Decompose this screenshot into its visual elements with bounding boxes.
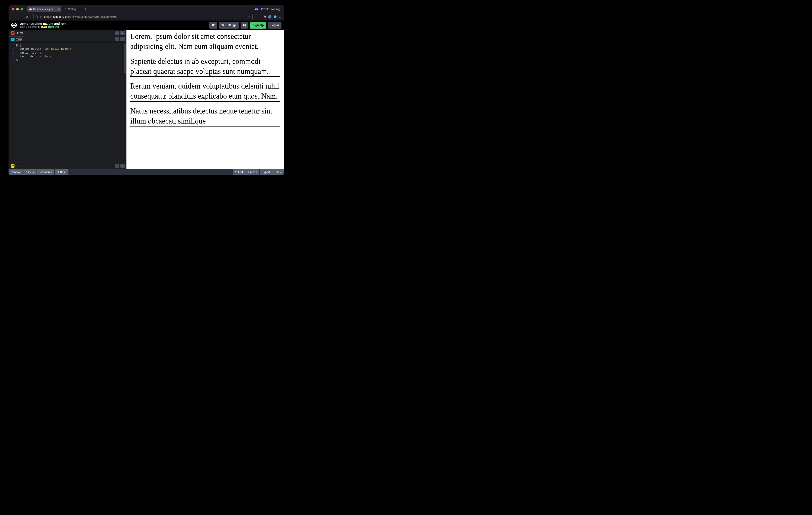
export-button[interactable]: Export	[260, 169, 272, 175]
preview-paragraph: Lorem, ipsum dolor sit amet consectetur …	[130, 31, 280, 52]
svg-rect-3	[244, 24, 245, 25]
lock-icon[interactable]	[40, 16, 42, 18]
css-settings-icon[interactable]	[115, 37, 119, 42]
js-settings-icon[interactable]	[115, 164, 119, 168]
zoom-window-button[interactable]	[21, 8, 23, 10]
svg-point-10	[236, 171, 237, 171]
js-editor-panel: JS ⌄	[8, 163, 126, 169]
css-editor-panel: CSS ⌄ ▾ 12345 p { border-bottom: 2px sol…	[8, 36, 126, 163]
svg-point-6	[117, 33, 117, 33]
fork-label: Fork	[238, 170, 244, 174]
gear-icon	[221, 24, 224, 27]
codepen-favicon-icon	[29, 8, 32, 11]
html-chevron-down-icon[interactable]: ⌄	[120, 31, 125, 35]
tab-title: Settings	[68, 8, 78, 11]
css-chevron-down-icon[interactable]: ⌄	[120, 37, 125, 42]
app-menu-icon[interactable]: ≡	[279, 15, 281, 19]
login-button[interactable]: Log In	[268, 22, 282, 29]
codepen-body: HTML ⌄ CSS	[8, 30, 284, 169]
close-tab-icon[interactable]: ×	[58, 8, 60, 11]
window-controls	[12, 8, 23, 10]
layout-button[interactable]	[240, 22, 248, 29]
html-panel-label: HTML	[16, 31, 24, 35]
console-button[interactable]: Console	[8, 169, 23, 175]
js-panel-label: JS	[16, 164, 20, 168]
preview-pane: Lorem, ipsum dolor sit amet consectetur …	[126, 30, 284, 169]
pen-title: Demonstrating px, em and rem	[20, 22, 66, 26]
html-panel-header[interactable]: HTML ⌄	[8, 30, 126, 36]
new-tab-button[interactable]: +	[83, 7, 88, 11]
close-tab-icon[interactable]: ×	[79, 8, 80, 11]
browser-nav-bar: ← → ⟳ https://codepen.io/collinsworth/pe…	[8, 13, 284, 21]
follow-button[interactable]: + Follow	[48, 26, 59, 28]
love-button[interactable]	[209, 22, 217, 29]
minimize-window-button[interactable]	[16, 8, 19, 10]
browser-window: Demonstrating px, em and rem × ⚙ Setting…	[8, 5, 284, 175]
url-bar[interactable]: https://codepen.io/collinsworth/pen/WNyv…	[33, 14, 253, 20]
pen-author[interactable]: Josh Collinsworth	[20, 26, 40, 28]
private-browsing-label: Private browsing	[261, 8, 280, 11]
html-lang-icon	[11, 31, 14, 35]
gear-favicon-icon: ⚙	[64, 8, 67, 11]
svg-rect-2	[243, 24, 244, 26]
bookmark-star-icon[interactable]: ☆	[248, 15, 251, 18]
extension-icon[interactable]	[273, 16, 277, 18]
keys-button[interactable]: ⌘ Keys	[55, 169, 69, 175]
html-settings-icon[interactable]	[115, 31, 119, 35]
js-lang-icon	[11, 164, 14, 168]
css-gutter: ▾ 12345	[8, 43, 16, 163]
reload-button[interactable]: ⟳	[24, 14, 30, 20]
codepen-logo-icon[interactable]	[11, 22, 17, 28]
fork-button[interactable]: Fork	[233, 169, 246, 175]
browser-tab-active[interactable]: Demonstrating px, em and rem ×	[27, 6, 61, 12]
css-code-lines[interactable]: p { border-bottom: 2px solid black; marg…	[16, 43, 126, 163]
svg-point-11	[236, 172, 236, 173]
svg-point-9	[235, 171, 236, 171]
svg-point-8	[117, 166, 117, 166]
share-button[interactable]: Share	[272, 169, 284, 175]
preview-paragraph: Rerum veniam, quidem voluptatibus deleni…	[130, 81, 280, 102]
css-lang-icon	[11, 38, 14, 41]
svg-rect-4	[244, 25, 245, 26]
url-text: https://codepen.io/collinsworth/pen/WNyv…	[44, 15, 246, 18]
tab-overflow-icon[interactable]: ⌄	[249, 7, 252, 11]
html-editor-panel: HTML ⌄	[8, 30, 126, 36]
svg-rect-5	[244, 26, 245, 26]
js-panel-header[interactable]: JS ⌄	[8, 163, 126, 169]
settings-label: Settings	[226, 24, 236, 27]
back-button[interactable]: ←	[11, 14, 16, 20]
svg-rect-0	[40, 17, 42, 18]
css-panel-label: CSS	[16, 38, 22, 41]
pro-badge: PRO	[41, 26, 47, 28]
tab-title: Demonstrating px, em and rem	[33, 8, 57, 11]
css-panel-header[interactable]: CSS ⌄	[8, 36, 126, 43]
svg-point-7	[117, 39, 117, 40]
signup-button[interactable]: Sign Up	[250, 22, 266, 29]
codepen-footer: Console Assets Comments ⌘ Keys Fork Embe…	[8, 169, 284, 175]
browser-tab-settings[interactable]: ⚙ Settings ×	[62, 6, 82, 12]
embed-button[interactable]: Embed	[246, 169, 259, 175]
reader-icon[interactable]	[262, 15, 266, 19]
assets-button[interactable]: Assets	[24, 169, 36, 175]
preview-paragraph: Natus necessitatibus delectus neque tene…	[130, 106, 280, 127]
css-code-area[interactable]: ▾ 12345 p { border-bottom: 2px solid bla…	[8, 43, 126, 163]
js-chevron-down-icon[interactable]: ⌄	[120, 164, 125, 168]
codepen-header: Demonstrating px, em and rem Josh Collin…	[8, 21, 284, 30]
forward-button[interactable]: →	[18, 14, 23, 20]
editor-scrollbar[interactable]	[124, 43, 126, 73]
shield-icon[interactable]	[35, 16, 38, 18]
preview-paragraph: Sapiente delectus in ab excepturi, commo…	[130, 56, 280, 77]
browser-tab-strip: Demonstrating px, em and rem × ⚙ Setting…	[8, 5, 284, 13]
comments-button[interactable]: Comments	[36, 169, 54, 175]
settings-button[interactable]: Settings	[219, 22, 239, 29]
profile-avatar-icon[interactable]	[268, 15, 271, 19]
close-window-button[interactable]	[12, 8, 14, 10]
private-browsing-icon	[255, 8, 258, 10]
editors-column: HTML ⌄ CSS	[8, 30, 126, 169]
